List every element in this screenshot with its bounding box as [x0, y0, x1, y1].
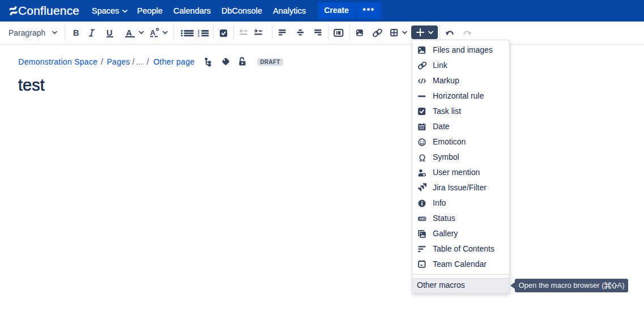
- svg-text:ABC: ABC: [419, 217, 426, 220]
- svg-text:3: 3: [198, 33, 199, 37]
